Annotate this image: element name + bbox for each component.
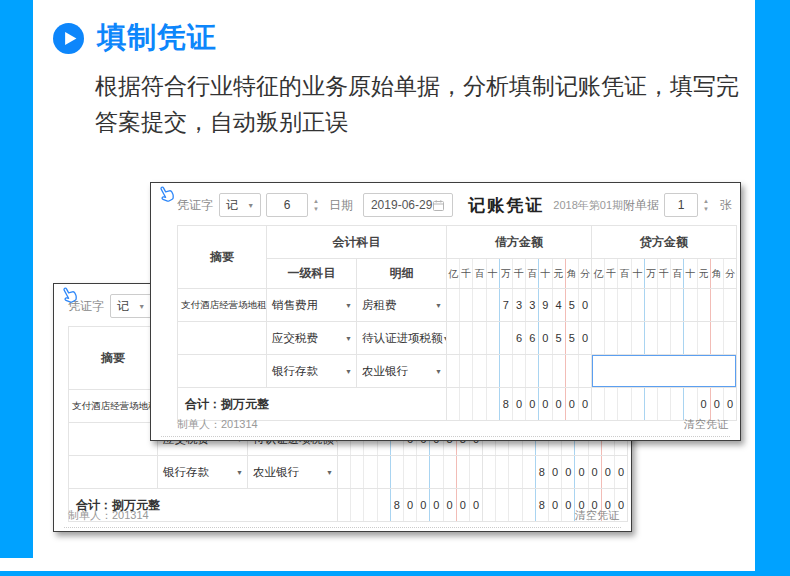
amount-digit-cell[interactable] (508, 456, 521, 488)
subject-select[interactable]: 银行存款▼ (267, 355, 356, 387)
amount-digit-cell[interactable]: 4 (552, 289, 565, 321)
amount-digit-cell[interactable]: 9 (538, 289, 551, 321)
amount-digit-cell[interactable] (565, 355, 578, 387)
date-input[interactable]: 2019-06-29 (363, 193, 453, 217)
amount-digit-cell[interactable] (670, 388, 683, 420)
amount-digit-cell[interactable] (592, 289, 604, 321)
amount-digit-cell[interactable]: 3 (512, 289, 525, 321)
amount-digit-cell[interactable]: 0 (574, 456, 587, 488)
debit-amount[interactable]: 7339450 (447, 289, 592, 322)
debit-amount[interactable]: 660550 (447, 322, 592, 355)
voucher-word-select[interactable]: 记▼ (110, 294, 152, 318)
detail-select[interactable]: 农业银行▼ (357, 355, 446, 387)
step-down-icon[interactable]: ▼ (313, 206, 319, 212)
amount-digit-cell[interactable] (483, 456, 495, 488)
detail-select[interactable]: 待认证进项税额▼ (357, 322, 446, 354)
credit-amount-input[interactable] (592, 355, 737, 388)
amount-digit-cell[interactable] (657, 322, 670, 354)
amount-digit-cell[interactable] (486, 322, 499, 354)
summary-cell[interactable] (69, 456, 158, 489)
amount-digit-cell[interactable] (512, 355, 525, 387)
amount-digit-cell[interactable] (657, 289, 670, 321)
debit-amount[interactable] (338, 456, 483, 489)
amount-digit-cell[interactable] (447, 322, 459, 354)
amount-digit-cell[interactable] (459, 355, 472, 387)
detail-select[interactable]: 房租费▼ (357, 289, 446, 321)
amount-digit-cell[interactable]: 7 (499, 289, 512, 321)
amount-digit-cell[interactable]: 0 (601, 456, 614, 488)
subject-select[interactable]: 银行存款▼ (158, 456, 247, 488)
amount-digit-cell[interactable] (447, 355, 459, 387)
amount-digit-cell[interactable] (683, 289, 696, 321)
voucher-number-input[interactable]: 6 (266, 193, 308, 217)
amount-digit-cell[interactable]: 0 (552, 388, 565, 420)
amount-digit-cell[interactable]: 0 (588, 456, 601, 488)
amount-digit-cell[interactable]: 0 (614, 456, 627, 488)
amount-digit-cell[interactable] (377, 456, 390, 488)
amount-digit-cell[interactable] (644, 289, 657, 321)
amount-digit-cell[interactable] (604, 289, 617, 321)
detail-select[interactable]: 农业银行▼ (248, 456, 337, 488)
amount-digit-cell[interactable] (617, 289, 630, 321)
amount-digit-cell[interactable] (710, 289, 723, 321)
attach-count-stepper[interactable]: ▲▼ (703, 198, 709, 212)
amount-digit-cell[interactable] (429, 456, 442, 488)
amount-digit-cell[interactable] (443, 456, 456, 488)
amount-digit-cell[interactable]: 5 (565, 289, 578, 321)
amount-digit-cell[interactable] (472, 388, 485, 420)
amount-digit-cell[interactable] (499, 322, 512, 354)
amount-digit-cell[interactable]: 0 (538, 388, 551, 420)
amount-digit-cell[interactable] (683, 388, 696, 420)
amount-digit-cell[interactable]: 0 (525, 388, 538, 420)
amount-digit-cell[interactable] (390, 456, 403, 488)
summary-cell[interactable]: 支付酒店经营场地租 (178, 289, 267, 322)
amount-digit-cell[interactable] (617, 322, 630, 354)
amount-digit-cell[interactable] (657, 388, 670, 420)
amount-digit-cell[interactable]: 8 (499, 388, 512, 420)
amount-digit-cell[interactable]: 8 (535, 456, 548, 488)
amount-digit-cell[interactable]: 0 (548, 456, 561, 488)
credit-amount[interactable] (592, 289, 737, 322)
voucher-word-select[interactable]: 记▼ (219, 193, 261, 217)
amount-digit-cell[interactable] (472, 355, 485, 387)
credit-amount[interactable] (592, 322, 737, 355)
subject-select[interactable]: 销售费用▼ (267, 289, 356, 321)
step-up-icon[interactable]: ▲ (313, 198, 319, 204)
amount-digit-cell[interactable] (617, 388, 630, 420)
amount-digit-cell[interactable] (723, 322, 736, 354)
amount-digit-cell[interactable] (683, 322, 696, 354)
amount-digit-cell[interactable] (486, 355, 499, 387)
amount-digit-cell[interactable] (403, 456, 416, 488)
step-down-icon[interactable]: ▼ (703, 206, 709, 212)
amount-digit-cell[interactable] (350, 456, 363, 488)
debit-amount[interactable] (447, 355, 592, 388)
amount-digit-cell[interactable] (604, 388, 617, 420)
amount-digit-cell[interactable] (670, 322, 683, 354)
amount-digit-cell[interactable]: 5 (565, 322, 578, 354)
amount-digit-cell[interactable] (363, 456, 376, 488)
summary-cell[interactable]: 支付酒店经营场地租 (69, 390, 158, 423)
amount-digit-cell[interactable] (631, 388, 644, 420)
amount-digit-cell[interactable]: 0 (578, 289, 591, 321)
amount-digit-cell[interactable] (631, 289, 644, 321)
amount-digit-cell[interactable]: 0 (578, 322, 591, 354)
amount-digit-cell[interactable] (592, 388, 604, 420)
amount-digit-cell[interactable] (459, 388, 472, 420)
amount-digit-cell[interactable]: 3 (525, 289, 538, 321)
amount-digit-cell[interactable] (592, 322, 604, 354)
attach-count-input[interactable]: 1 (664, 193, 698, 217)
summary-cell[interactable] (178, 322, 267, 355)
voucher-number-stepper[interactable]: ▲▼ (313, 198, 319, 212)
amount-digit-cell[interactable] (522, 456, 535, 488)
clear-voucher-link[interactable]: 清空凭证 (684, 417, 728, 432)
amount-digit-cell[interactable] (459, 289, 472, 321)
amount-digit-cell[interactable] (472, 289, 485, 321)
amount-digit-cell[interactable] (338, 456, 350, 488)
amount-digit-cell[interactable]: 0 (561, 456, 574, 488)
amount-digit-cell[interactable] (486, 388, 499, 420)
amount-digit-cell[interactable]: 0 (710, 388, 723, 420)
step-up-icon[interactable]: ▲ (703, 198, 709, 204)
summary-cell[interactable] (178, 355, 267, 388)
amount-digit-cell[interactable] (578, 355, 591, 387)
amount-digit-cell[interactable] (538, 355, 551, 387)
